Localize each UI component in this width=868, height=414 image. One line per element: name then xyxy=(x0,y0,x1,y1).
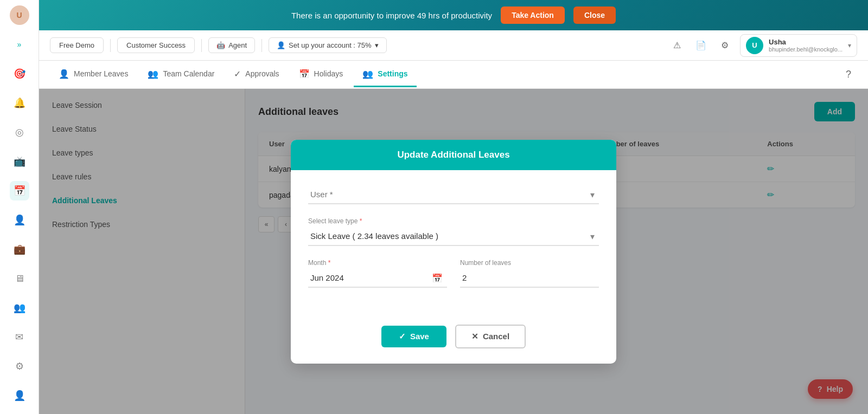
tab-settings[interactable]: 👥 Settings xyxy=(354,62,416,87)
user-email: bhupinder.behl@knockglo... xyxy=(769,46,843,53)
tab-team-calendar[interactable]: 👥 Team Calendar xyxy=(139,62,223,87)
nav-tabs: 👤 Member Leaves 👥 Team Calendar ✓ Approv… xyxy=(39,61,868,89)
settings-tab-icon: 👥 xyxy=(362,69,373,79)
save-button[interactable]: ✓ Save xyxy=(381,326,446,347)
user-chevron-icon: ▾ xyxy=(848,42,851,49)
customer-success-button[interactable]: Customer Success xyxy=(117,37,195,53)
tab-approvals[interactable]: ✓ Approvals xyxy=(225,62,288,87)
month-leaves-row: Month * Jun 2024 📅 Number of leaves 2 xyxy=(308,259,599,301)
month-label: Month * xyxy=(308,259,447,267)
main-area: There is an opportunity to improve 49 hr… xyxy=(39,0,868,414)
tab-settings-label: Settings xyxy=(378,69,407,78)
sidebar-item-team[interactable]: 👥 xyxy=(10,298,29,318)
take-action-button[interactable]: Take Action xyxy=(501,7,565,24)
agent-icon: 🤖 xyxy=(216,41,225,49)
modal-footer: ✓ Save ✕ Cancel xyxy=(291,316,616,364)
document-icon[interactable]: 📄 xyxy=(692,37,710,54)
banner-message: There is an opportunity to improve 49 hr… xyxy=(291,11,492,20)
number-of-leaves-label: Number of leaves xyxy=(460,259,599,267)
close-banner-button[interactable]: Close xyxy=(573,7,616,24)
check-icon: ✓ xyxy=(399,332,406,341)
tab-member-leaves-label: Member Leaves xyxy=(74,69,128,78)
leave-type-label: Select leave type * xyxy=(308,217,599,225)
sidebar-item-settings[interactable]: ⚙ xyxy=(10,357,29,376)
sidebar-item-calendar[interactable]: 📅 xyxy=(10,181,29,200)
tab-member-leaves[interactable]: 👤 Member Leaves xyxy=(50,62,137,87)
help-circle-icon[interactable]: ? xyxy=(840,66,857,83)
user-menu[interactable]: U Usha bhupinder.behl@knockglo... ▾ xyxy=(740,34,857,57)
sidebar-item-mail[interactable]: ✉ xyxy=(10,327,29,347)
approvals-icon: ✓ xyxy=(234,69,241,79)
leave-type-input[interactable]: Sick Leave ( 2.34 leaves available ) xyxy=(308,227,599,246)
sidebar-item-person[interactable]: 👤 xyxy=(10,210,29,230)
team-calendar-icon: 👥 xyxy=(148,69,158,79)
top-banner: There is an opportunity to improve 49 hr… xyxy=(39,0,868,30)
member-leaves-icon: 👤 xyxy=(59,69,69,79)
user-avatar: U xyxy=(746,37,763,54)
month-input[interactable]: Jun 2024 xyxy=(308,269,447,288)
cancel-button[interactable]: ✕ Cancel xyxy=(455,325,526,348)
tab-holidays-label: Holidays xyxy=(314,69,343,78)
avatar[interactable]: U xyxy=(10,5,29,25)
user-form-group xyxy=(308,185,599,204)
user-select-wrapper xyxy=(308,185,599,204)
sidebar-item-briefcase[interactable]: 💼 xyxy=(10,240,29,259)
tab-team-calendar-label: Team Calendar xyxy=(163,69,214,78)
sidebar-item-chevron[interactable]: » xyxy=(10,35,29,54)
sidebar-item-monitor[interactable]: 🖥 xyxy=(10,269,29,288)
sidebar-item-bell[interactable]: 🔔 xyxy=(10,93,29,113)
number-of-leaves-input[interactable]: 2 xyxy=(460,269,599,288)
x-icon: ✕ xyxy=(471,332,478,341)
setup-button[interactable]: 👤 Set up your account : 75% ▾ xyxy=(269,37,386,53)
alert-icon[interactable]: ⚠ xyxy=(668,37,686,54)
number-of-leaves-form-group: Number of leaves 2 xyxy=(460,259,599,288)
leave-type-form-group: Select leave type * Sick Leave ( 2.34 le… xyxy=(308,217,599,246)
month-input-wrapper: Jun 2024 📅 xyxy=(308,269,447,288)
header-separator-3 xyxy=(261,39,262,52)
sidebar-item-user-bottom[interactable]: 👤 xyxy=(10,386,29,405)
tab-holidays[interactable]: 📅 Holidays xyxy=(290,62,352,87)
user-details: Usha bhupinder.behl@knockglo... xyxy=(769,38,843,53)
save-label: Save xyxy=(410,332,429,341)
agent-label: Agent xyxy=(228,41,247,49)
sidebar-item-tv[interactable]: 📺 xyxy=(10,152,29,171)
free-demo-button[interactable]: Free Demo xyxy=(50,37,104,53)
header-separator-2 xyxy=(201,39,202,52)
sidebar-item-globe[interactable]: ◎ xyxy=(10,122,29,142)
content-area: Leave Session Leave Status Leave types L… xyxy=(39,89,868,414)
month-form-group: Month * Jun 2024 📅 xyxy=(308,259,447,288)
setup-chevron-icon: ▾ xyxy=(375,41,379,49)
setup-person-icon: 👤 xyxy=(277,41,285,49)
setup-label: Set up your account : 75% xyxy=(289,41,371,49)
header-separator-1 xyxy=(110,39,111,52)
holidays-icon: 📅 xyxy=(299,69,310,79)
cancel-label: Cancel xyxy=(483,332,509,341)
modal-overlay: Update Additional Leaves Select leave ty… xyxy=(39,89,868,414)
modal-body: Select leave type * Sick Leave ( 2.34 le… xyxy=(291,170,616,316)
agent-button[interactable]: 🤖 Agent xyxy=(208,37,255,53)
user-name: Usha xyxy=(769,38,843,46)
tab-approvals-label: Approvals xyxy=(245,69,279,78)
sidebar-item-home[interactable]: 🎯 xyxy=(10,64,29,83)
user-input[interactable] xyxy=(308,185,599,204)
sidebar: U » 🎯 🔔 ◎ 📺 📅 👤 💼 🖥 👥 ✉ ⚙ 👤 xyxy=(0,0,39,414)
calendar-icon: 📅 xyxy=(432,273,443,283)
header-bar: Free Demo Customer Success 🤖 Agent 👤 Set… xyxy=(39,30,868,61)
leave-type-select-wrapper: Sick Leave ( 2.34 leaves available ) xyxy=(308,227,599,246)
update-additional-leaves-modal: Update Additional Leaves Select leave ty… xyxy=(291,140,616,364)
gear-icon[interactable]: ⚙ xyxy=(716,37,733,54)
modal-title: Update Additional Leaves xyxy=(397,150,509,160)
modal-header: Update Additional Leaves xyxy=(291,140,616,170)
